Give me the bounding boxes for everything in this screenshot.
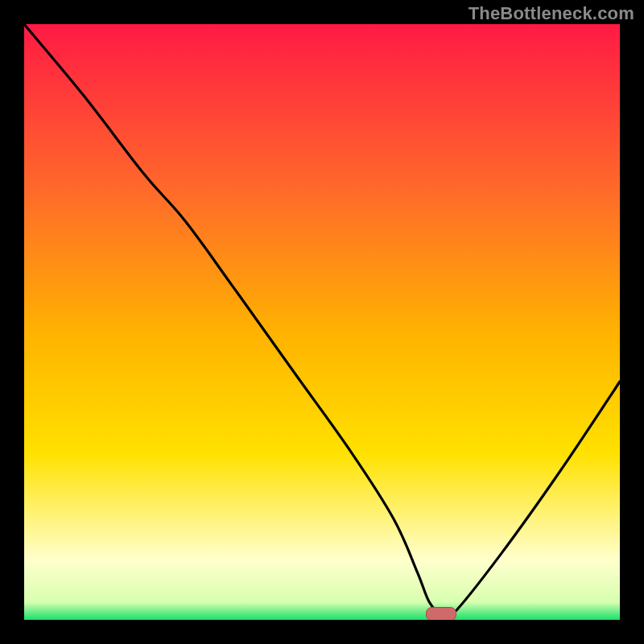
watermark-text: TheBottleneck.com (469, 3, 634, 24)
optimal-marker (427, 608, 456, 621)
bottleneck-chart (24, 24, 620, 620)
gradient-background (24, 24, 620, 620)
chart-frame: TheBottleneck.com (0, 0, 644, 644)
plot-area (24, 24, 620, 620)
